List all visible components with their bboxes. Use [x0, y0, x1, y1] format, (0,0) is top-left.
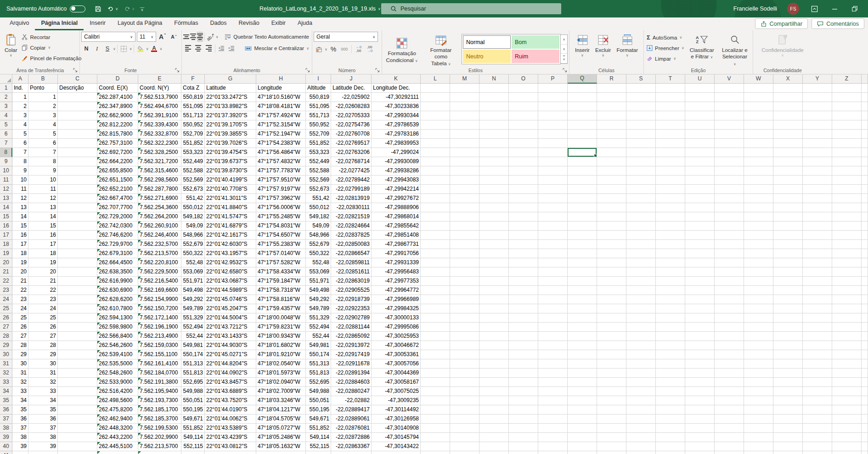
cell-D16[interactable]: 262.742,0300	[97, 221, 138, 231]
cell-M15[interactable]	[450, 212, 479, 221]
cell-T23[interactable]	[656, 286, 685, 295]
cell-I21[interactable]: 553,069	[306, 267, 331, 277]
cell-Y22[interactable]	[803, 277, 832, 286]
cell-K14[interactable]: -47,29888906	[372, 203, 421, 212]
cell-H9[interactable]: 47°17'57.4832"W	[256, 157, 306, 166]
cell-K34[interactable]: -47,30075025	[372, 387, 421, 396]
column-header-S[interactable]: S	[626, 74, 656, 84]
cell-L19[interactable]	[421, 249, 450, 258]
cell-V14[interactable]	[715, 203, 744, 212]
cell-V37[interactable]	[715, 414, 744, 424]
column-header-G[interactable]: G	[205, 74, 256, 84]
cell-H41[interactable]	[256, 451, 306, 454]
cell-K33[interactable]: -47,30058167	[372, 378, 421, 387]
cell-D32[interactable]: 262.548,2600	[97, 369, 138, 378]
cell-I35[interactable]: 550,051	[306, 396, 331, 405]
cell-Q21[interactable]	[568, 267, 597, 277]
cell-E27[interactable]: 7.562.196,1900	[138, 323, 181, 332]
cell-S2[interactable]	[626, 93, 656, 102]
cell-M5[interactable]	[450, 120, 479, 130]
undo-dropdown-icon[interactable]: ∨	[115, 7, 118, 11]
cell-R21[interactable]	[597, 267, 626, 277]
restore-button[interactable]	[850, 4, 860, 14]
cell-F5[interactable]: 550,952	[181, 120, 205, 130]
cell-Z8[interactable]	[832, 148, 862, 157]
cell-K5[interactable]: -47,29786539	[372, 120, 421, 130]
gallery-scroll-up-icon[interactable]: ∧	[561, 35, 567, 45]
cell-A16[interactable]: 15	[12, 221, 28, 231]
clipboard-dialog-launcher[interactable]	[73, 68, 78, 73]
cell-N20[interactable]	[479, 258, 509, 267]
cell-Z20[interactable]	[832, 258, 862, 267]
cell-X35[interactable]	[773, 396, 803, 405]
column-header-W[interactable]: W	[744, 74, 773, 84]
cell-D8[interactable]: 262.692,7200	[97, 148, 138, 157]
cell-V13[interactable]	[715, 194, 744, 203]
cell-G25[interactable]: 22°01'45.2047"S	[205, 304, 256, 313]
cell-B9[interactable]: 8	[28, 157, 58, 166]
cell-D9[interactable]: 262.664,2200	[97, 157, 138, 166]
row-header-18[interactable]: 18	[0, 240, 12, 249]
cell-Y24[interactable]	[803, 295, 832, 304]
cell-V25[interactable]	[715, 304, 744, 313]
cell-O8[interactable]	[509, 148, 538, 157]
cell-Q18[interactable]	[568, 240, 597, 249]
cell-B4[interactable]: 3	[28, 111, 58, 120]
cell-U12[interactable]	[685, 185, 715, 194]
cell-M6[interactable]	[450, 130, 479, 139]
cell-J17[interactable]: -22,02837825	[331, 231, 372, 240]
cell-G3[interactable]: 22°01'33.8982"S	[205, 102, 256, 111]
cell-N21[interactable]	[479, 267, 509, 277]
cell-H8[interactable]: 47°17'56.4864"W	[256, 148, 306, 157]
cell-J33[interactable]: -22,02884603	[331, 378, 372, 387]
cell-D29[interactable]: 262.546,2600	[97, 341, 138, 350]
cell-Z32[interactable]	[832, 369, 862, 378]
cell-H11[interactable]: 47°17'57.9510"W	[256, 176, 306, 185]
cell-X22[interactable]	[773, 277, 803, 286]
cell-C33[interactable]	[58, 378, 97, 387]
cell-Z36[interactable]	[832, 405, 862, 414]
cell-W37[interactable]	[744, 414, 773, 424]
cell-M41[interactable]	[450, 451, 479, 454]
cell-X34[interactable]	[773, 387, 803, 396]
cell-I8[interactable]: 553,323	[306, 148, 331, 157]
cell-H18[interactable]: 47°17'55.2383"W	[256, 240, 306, 249]
cell-N1[interactable]	[479, 84, 509, 93]
cell-S14[interactable]	[626, 203, 656, 212]
cell-E29[interactable]: 7.562.159,0300	[138, 341, 181, 350]
cell-C2[interactable]	[58, 93, 97, 102]
cell-G20[interactable]: 22°01'42.9532"S	[205, 258, 256, 267]
cell-C9[interactable]	[58, 157, 97, 166]
find-select-button[interactable]: Localizar eSelecionar ∨	[718, 32, 751, 67]
cell-S41[interactable]	[626, 451, 656, 454]
cell-T24[interactable]	[656, 295, 685, 304]
cell-J16[interactable]: -22,02824664	[331, 221, 372, 231]
cell-R37[interactable]	[597, 414, 626, 424]
cell-F34[interactable]: 549,988	[181, 387, 205, 396]
cell-C23[interactable]	[58, 286, 97, 295]
cell-U28[interactable]	[685, 332, 715, 341]
cell-D25[interactable]: 262.610,7800	[97, 304, 138, 313]
cell-M24[interactable]	[450, 295, 479, 304]
cell-B28[interactable]: 27	[28, 332, 58, 341]
cell-J38[interactable]: -22,02876081	[331, 424, 372, 433]
cell-X26[interactable]	[773, 313, 803, 323]
cell-H31[interactable]: 47°18'02.0540"W	[256, 359, 306, 369]
cell-M35[interactable]	[450, 396, 479, 405]
cell-U1[interactable]	[685, 84, 715, 93]
cell-W18[interactable]	[744, 240, 773, 249]
cell-D22[interactable]: 262.616,9900	[97, 277, 138, 286]
cell-E35[interactable]: 7.562.193,7300	[138, 396, 181, 405]
cell-T18[interactable]	[656, 240, 685, 249]
row-header-12[interactable]: 12	[0, 185, 12, 194]
cell-S32[interactable]	[626, 369, 656, 378]
column-header-V[interactable]: V	[715, 74, 744, 84]
column-header-R[interactable]: R	[597, 74, 626, 84]
cell-Z1[interactable]	[832, 84, 862, 93]
cell-U8[interactable]	[685, 148, 715, 157]
column-header-L[interactable]: L	[421, 74, 450, 84]
cell-U25[interactable]	[685, 304, 715, 313]
cell-W21[interactable]	[744, 267, 773, 277]
ribbon-display-options-icon[interactable]	[809, 4, 819, 14]
cell-O15[interactable]	[509, 212, 538, 221]
